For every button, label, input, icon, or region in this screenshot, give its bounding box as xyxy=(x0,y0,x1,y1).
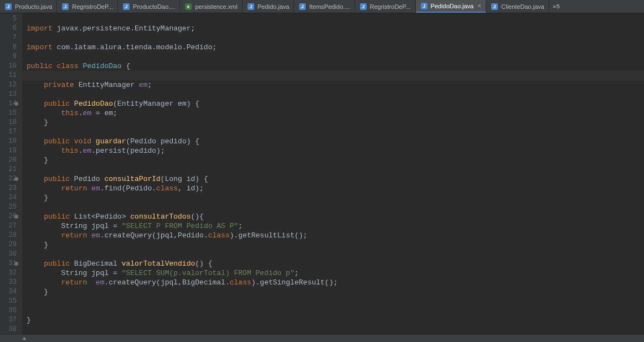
code-line xyxy=(27,165,644,174)
svg-text:J: J xyxy=(7,4,9,9)
code-line: public void guardar(Pedido pedido) { xyxy=(27,137,644,146)
line-number: 5 xyxy=(0,14,17,24)
line-number: 33 xyxy=(0,278,17,287)
svg-text:J: J xyxy=(249,4,252,9)
svg-text:J: J xyxy=(423,3,425,9)
java-file-icon: J xyxy=(61,3,69,11)
java-file-icon: J xyxy=(359,3,367,11)
line-number: 32 xyxy=(0,268,17,278)
code-content[interactable]: import javax.persistence.EntityManager;i… xyxy=(22,13,644,334)
xml-file-icon: X xyxy=(184,3,192,11)
tab-label: Pedido.java xyxy=(257,3,290,10)
line-number: 37 xyxy=(0,315,17,325)
svg-text:X: X xyxy=(187,4,190,9)
tab-7[interactable]: JPedidoDao.java× xyxy=(416,0,487,13)
line-number: 36 xyxy=(0,306,17,315)
svg-text:J: J xyxy=(64,4,67,9)
line-number: 17 xyxy=(0,127,17,137)
current-line-highlight xyxy=(22,71,644,80)
tab-5[interactable]: JItemsPedido.... xyxy=(294,0,354,13)
tab-label: RegristroDeP... xyxy=(370,3,411,10)
java-file-icon: J xyxy=(298,3,306,11)
svg-text:J: J xyxy=(493,4,496,9)
line-number: 31 xyxy=(0,259,17,268)
line-number: 34 xyxy=(0,287,17,297)
code-line: public class PedidoDao { xyxy=(27,61,644,71)
svg-text:J: J xyxy=(125,4,128,9)
line-number: 25 xyxy=(0,203,17,212)
code-line: this.em.persist(pedido); xyxy=(27,146,644,156)
line-number: 19 xyxy=(0,146,17,156)
horizontal-scrollbar[interactable]: ◄ xyxy=(0,334,644,342)
code-line xyxy=(27,33,644,43)
line-number: 8 xyxy=(0,43,17,52)
code-line xyxy=(27,203,644,212)
code-line xyxy=(27,297,644,306)
tab-label: RegristroDeP... xyxy=(72,3,113,10)
code-line: } xyxy=(27,287,644,297)
java-file-icon: J xyxy=(247,3,255,11)
code-line: return em.find(Pedido.class, id); xyxy=(27,184,644,193)
code-line xyxy=(27,306,644,315)
line-number: 22 xyxy=(0,174,17,184)
tab-4[interactable]: JPedido.java xyxy=(243,0,295,13)
code-line: String jpql = "SELECT P FROM Pedido AS P… xyxy=(27,221,644,231)
tab-label: ItemsPedido.... xyxy=(309,3,349,10)
tab-label: persistence.xml xyxy=(195,3,237,10)
line-number: 38 xyxy=(0,325,17,334)
line-number: 29 xyxy=(0,240,17,250)
line-number: 9 xyxy=(0,52,17,61)
gutter-marker-icon xyxy=(14,102,18,106)
code-line: import javax.persistence.EntityManager; xyxy=(27,24,644,33)
java-file-icon: J xyxy=(4,3,12,11)
line-number: 35 xyxy=(0,297,17,306)
code-line xyxy=(27,127,644,137)
line-number: 6 xyxy=(0,24,17,33)
code-line: public BigDecimal valorTotalVendido() { xyxy=(27,259,644,268)
gutter-marker-icon xyxy=(14,215,18,219)
scroll-left-icon[interactable]: ◄ xyxy=(22,336,25,342)
code-line: this.em = em; xyxy=(27,108,644,118)
tab-3[interactable]: Xpersistence.xml xyxy=(180,0,242,13)
java-file-icon: J xyxy=(420,2,428,10)
tab-6[interactable]: JRegristroDeP... xyxy=(355,0,416,13)
code-line: public PedidoDao(EntityManager em) { xyxy=(27,99,644,108)
code-line: } xyxy=(27,118,644,127)
close-icon[interactable]: × xyxy=(477,2,481,10)
code-line: public List<Pedido> consultarTodos(){ xyxy=(27,212,644,221)
tab-label: ProductoDao.... xyxy=(133,3,175,10)
code-line: } xyxy=(27,193,644,203)
line-number: 21 xyxy=(0,165,17,174)
tab-label: Producto.java xyxy=(15,3,52,10)
code-line: } xyxy=(27,156,644,165)
code-line: import com.latam.alura.tienda.modelo.Ped… xyxy=(27,43,644,52)
tab-0[interactable]: JProducto.java xyxy=(0,0,57,13)
java-file-icon: J xyxy=(491,3,498,11)
tab-8[interactable]: JClienteDao.java xyxy=(486,0,549,13)
code-line: public Pedido consultaPorId(Long id) { xyxy=(27,174,644,184)
tab-label: PedidoDao.java xyxy=(431,3,474,9)
line-number: 20 xyxy=(0,156,17,165)
line-number: 23 xyxy=(0,184,17,193)
code-line: } xyxy=(27,240,644,250)
line-number: 14 xyxy=(0,99,17,108)
line-number: 26 xyxy=(0,212,17,221)
more-tabs-button[interactable]: »5 xyxy=(549,0,563,13)
tab-2[interactable]: JProductoDao.... xyxy=(118,0,180,13)
code-line xyxy=(27,250,644,259)
code-line xyxy=(27,52,644,61)
svg-text:J: J xyxy=(301,4,304,9)
svg-text:J: J xyxy=(362,4,364,9)
code-line xyxy=(27,325,644,334)
line-gutter: 5678910111213141516171819202122232425262… xyxy=(0,13,22,334)
code-line: } xyxy=(27,315,644,325)
line-number: 28 xyxy=(0,231,17,240)
code-line xyxy=(27,14,644,24)
code-line: return em.createQuery(jpql,Pedido.class)… xyxy=(27,231,644,240)
line-number: 13 xyxy=(0,90,17,99)
line-number: 30 xyxy=(0,250,17,259)
line-number: 15 xyxy=(0,108,17,118)
tab-1[interactable]: JRegristroDeP... xyxy=(57,0,118,13)
line-number: 16 xyxy=(0,118,17,127)
java-file-icon: J xyxy=(122,3,130,11)
